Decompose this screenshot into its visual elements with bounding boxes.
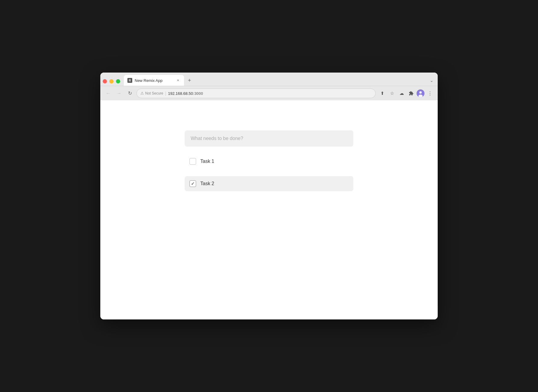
profile-icon <box>417 89 424 97</box>
forward-button[interactable]: → <box>115 89 123 98</box>
tab-bar-right: ⌄ <box>428 77 435 86</box>
window-controls <box>103 79 120 86</box>
todo-label-1: Task 1 <box>200 159 214 164</box>
checkmark-icon: ✓ <box>191 181 195 186</box>
profile-avatar[interactable] <box>417 89 424 97</box>
todo-label-2: Task 2 <box>200 181 214 186</box>
back-button[interactable]: ← <box>104 89 112 98</box>
reload-button[interactable]: ↻ <box>126 89 134 98</box>
url-divider: | <box>165 91 166 96</box>
todo-container: Task 1 ✓ Task 2 <box>185 130 353 191</box>
tab-close-button[interactable]: × <box>176 78 180 83</box>
address-bar: ← → ↻ ⚠ Not Secure | 192.168.68.50:3000 … <box>100 86 438 100</box>
url-host: 192.168.68.50:3000 <box>168 91 203 96</box>
todo-checkbox-2[interactable]: ✓ <box>189 180 196 187</box>
page-content: Task 1 ✓ Task 2 <box>100 100 438 319</box>
tab-bar: R New Remix App × + ⌄ <box>100 73 438 86</box>
tab-title: New Remix App <box>135 78 173 83</box>
security-warning: ⚠ Not Secure <box>140 91 163 95</box>
tab-favicon-icon: R <box>127 78 132 83</box>
extensions-button[interactable] <box>407 89 415 98</box>
share-button[interactable]: ⬆ <box>378 89 386 98</box>
svg-point-1 <box>419 91 422 94</box>
toolbar-actions: ⬆ ☆ ☁ ⋮ <box>378 89 434 98</box>
minimize-button[interactable] <box>109 79 114 83</box>
bookmark-button[interactable]: ☆ <box>388 89 396 98</box>
more-button[interactable]: ⋮ <box>426 89 434 98</box>
todo-item-1[interactable]: Task 1 <box>185 154 353 169</box>
todo-item-2[interactable]: ✓ Task 2 <box>185 176 353 191</box>
todo-checkbox-1[interactable] <box>189 158 196 165</box>
browser-window: R New Remix App × + ⌄ ← → ↻ ⚠ Not Secure… <box>100 73 438 319</box>
maximize-button[interactable] <box>116 79 120 83</box>
close-button[interactable] <box>103 79 107 83</box>
active-tab[interactable]: R New Remix App × <box>124 75 184 86</box>
security-label: Not Secure <box>145 91 163 95</box>
puzzle-icon <box>409 91 414 96</box>
browser-chrome: R New Remix App × + ⌄ ← → ↻ ⚠ Not Secure… <box>100 73 438 100</box>
todo-input[interactable] <box>185 130 353 147</box>
new-tab-button[interactable]: + <box>185 76 194 85</box>
url-bar[interactable]: ⚠ Not Secure | 192.168.68.50:3000 <box>136 89 376 98</box>
warning-icon: ⚠ <box>140 91 144 95</box>
tab-menu-button[interactable]: ⌄ <box>428 77 435 84</box>
cloud-button[interactable]: ☁ <box>397 89 406 98</box>
